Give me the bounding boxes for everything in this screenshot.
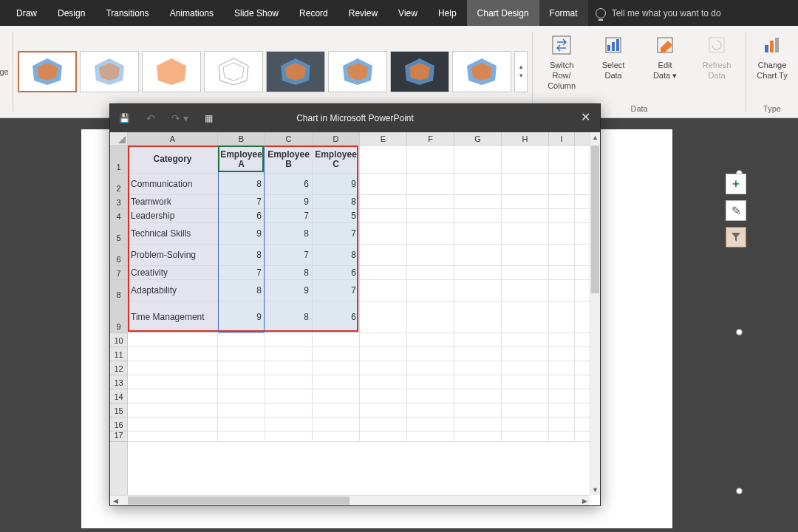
col-header-G[interactable]: G xyxy=(454,132,502,145)
col-header-I[interactable]: I xyxy=(549,132,575,145)
row-header-1[interactable]: 1 xyxy=(110,146,127,174)
cells-area[interactable]: CategoryEmployee AEmployee BEmployee CCo… xyxy=(128,146,590,495)
cell[interactable] xyxy=(218,347,265,361)
scroll-up-arrow[interactable]: ▲ xyxy=(590,132,600,143)
chart-style-5[interactable] xyxy=(266,51,325,92)
cell[interactable] xyxy=(313,403,360,417)
tab-view[interactable]: View xyxy=(388,0,428,26)
row-header-13[interactable]: 13 xyxy=(110,375,127,389)
chart-elements-button[interactable]: + xyxy=(726,174,746,194)
save-icon[interactable]: 💾 xyxy=(119,113,130,123)
cell[interactable] xyxy=(454,432,502,441)
cell[interactable] xyxy=(549,432,575,441)
cell[interactable] xyxy=(265,432,313,441)
cell[interactable] xyxy=(549,389,575,403)
cell[interactable] xyxy=(549,403,575,417)
col-header-E[interactable]: E xyxy=(360,132,407,145)
cell[interactable] xyxy=(360,389,407,403)
cell[interactable] xyxy=(549,195,575,208)
cell[interactable] xyxy=(407,361,454,375)
tab-transitions[interactable]: Transitions xyxy=(95,0,159,26)
vscroll-thumb[interactable] xyxy=(591,146,599,293)
undo-button[interactable]: ↶ xyxy=(146,112,155,124)
cell[interactable] xyxy=(407,146,454,173)
row-header-9[interactable]: 9 xyxy=(110,301,127,333)
cell[interactable] xyxy=(407,266,454,279)
cell[interactable] xyxy=(313,347,360,361)
cell[interactable] xyxy=(360,195,407,208)
cell[interactable] xyxy=(313,432,360,441)
cell[interactable] xyxy=(502,301,549,332)
cell[interactable] xyxy=(313,389,360,403)
cell[interactable] xyxy=(549,223,575,244)
cell[interactable] xyxy=(454,209,502,222)
col-header-C[interactable]: C xyxy=(265,132,313,145)
cell[interactable] xyxy=(454,223,502,244)
cell[interactable] xyxy=(502,417,549,431)
cell[interactable] xyxy=(407,280,454,301)
cell[interactable] xyxy=(360,403,407,417)
cell[interactable] xyxy=(407,375,454,389)
cell[interactable] xyxy=(360,361,407,375)
selection-handle[interactable] xyxy=(736,329,743,335)
chart-styles-button[interactable]: ✎ xyxy=(726,200,746,221)
cell[interactable] xyxy=(502,245,549,265)
row-header-15[interactable]: 15 xyxy=(110,403,127,417)
cell[interactable] xyxy=(502,389,549,403)
cell[interactable] xyxy=(502,209,549,222)
cell[interactable] xyxy=(265,347,313,361)
horizontal-scrollbar[interactable]: ◀ ▶ xyxy=(110,495,590,505)
cell[interactable] xyxy=(218,417,265,431)
cell[interactable] xyxy=(549,417,575,431)
tab-draw[interactable]: Draw xyxy=(6,0,47,26)
col-header-A[interactable]: A xyxy=(128,132,218,145)
cell[interactable] xyxy=(454,417,502,431)
cell[interactable] xyxy=(549,301,575,332)
cell[interactable] xyxy=(360,245,407,265)
cell[interactable] xyxy=(407,389,454,403)
row-header-16[interactable]: 16 xyxy=(110,417,127,432)
tab-review[interactable]: Review xyxy=(338,0,388,26)
cell[interactable] xyxy=(549,333,575,347)
row-header-5[interactable]: 5 xyxy=(110,223,127,245)
chart-style-1[interactable] xyxy=(18,51,77,92)
cell[interactable] xyxy=(265,361,313,375)
cell[interactable] xyxy=(265,403,313,417)
selection-handle[interactable] xyxy=(736,488,743,494)
cell[interactable] xyxy=(128,389,218,403)
cell[interactable] xyxy=(502,223,549,244)
redo-button[interactable]: ↷ ▾ xyxy=(171,112,188,124)
cell[interactable] xyxy=(360,347,407,361)
cell[interactable] xyxy=(454,403,502,417)
row-header-6[interactable]: 6 xyxy=(110,245,127,266)
cell[interactable] xyxy=(454,174,502,194)
col-header-B[interactable]: B xyxy=(218,132,265,145)
switch-row-column-button[interactable]: Switch Row/ Column xyxy=(540,33,583,91)
row-header-4[interactable]: 4 xyxy=(110,209,127,223)
cell[interactable] xyxy=(128,403,218,417)
cell[interactable] xyxy=(360,333,407,347)
change-chart-type-button[interactable]: Change Chart Ty xyxy=(754,33,791,81)
cell[interactable] xyxy=(502,361,549,375)
cell[interactable] xyxy=(502,146,549,173)
close-button[interactable]: ✕ xyxy=(578,110,593,125)
cell[interactable] xyxy=(502,347,549,361)
scroll-down-arrow[interactable]: ▼ xyxy=(590,485,600,495)
cell[interactable] xyxy=(313,361,360,375)
cell[interactable] xyxy=(549,375,575,389)
cell[interactable] xyxy=(549,245,575,265)
cell[interactable] xyxy=(360,301,407,332)
chart-style-8[interactable] xyxy=(452,51,511,92)
chart-style-7[interactable] xyxy=(390,51,449,92)
cell[interactable] xyxy=(407,245,454,265)
cell[interactable] xyxy=(454,333,502,347)
select-all-corner[interactable] xyxy=(110,132,128,146)
cell[interactable] xyxy=(218,333,265,347)
cell[interactable] xyxy=(549,266,575,279)
cell[interactable] xyxy=(454,347,502,361)
cell[interactable] xyxy=(407,347,454,361)
cell[interactable] xyxy=(265,375,313,389)
cell[interactable] xyxy=(407,174,454,194)
row-header-8[interactable]: 8 xyxy=(110,280,127,301)
cell[interactable] xyxy=(502,195,549,208)
